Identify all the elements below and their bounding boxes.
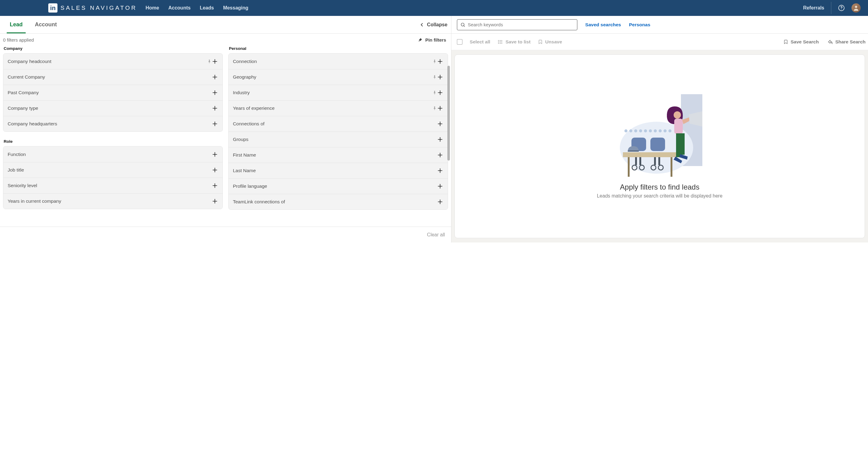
pin-icon	[207, 59, 212, 64]
filter-item[interactable]: Years in current company	[3, 193, 222, 209]
filter-label: First Name	[233, 152, 437, 158]
unsave-button[interactable]: Unsave	[538, 39, 562, 44]
svg-line-47	[464, 25, 465, 26]
pin-filters-button[interactable]: Pin filters	[418, 37, 446, 42]
filter-item[interactable]: TeamLink connections of	[228, 194, 448, 209]
tab-lead[interactable]: Lead	[4, 16, 29, 33]
svg-point-57	[629, 129, 632, 132]
filter-item[interactable]: Function	[3, 147, 222, 162]
svg-point-1	[841, 9, 842, 10]
search-input-wrapper[interactable]	[457, 19, 577, 30]
filter-item[interactable]: Years of experience	[228, 100, 448, 116]
nav-referrals[interactable]: Referrals	[803, 5, 824, 11]
nav-accounts[interactable]: Accounts	[168, 5, 191, 11]
tabs-row: Lead Account Collapse	[0, 16, 451, 34]
brand[interactable]: in SALES NAVIGATOR	[48, 3, 137, 12]
select-all-label: Select all	[470, 39, 490, 44]
svg-rect-74	[650, 138, 665, 151]
svg-point-58	[634, 129, 637, 132]
personas-link[interactable]: Personas	[629, 22, 650, 28]
svg-rect-25	[434, 78, 435, 79]
pin-icon	[432, 59, 437, 64]
filter-label: Industry	[233, 90, 430, 95]
filter-item[interactable]: Connection	[228, 54, 448, 69]
share-search-button[interactable]: Share Search	[827, 39, 866, 44]
svg-rect-66	[623, 152, 676, 157]
top-nav: in SALES NAVIGATOR Home Accounts Leads M…	[0, 0, 868, 16]
filter-item[interactable]: Last Name	[228, 163, 448, 178]
company-filter-list: Company headcountCurrent CompanyPast Com…	[3, 53, 223, 132]
filter-label: Seniority level	[8, 183, 212, 188]
filter-label: Past Company	[8, 90, 212, 95]
clear-all-button[interactable]: Clear all	[0, 226, 451, 242]
nav-messaging[interactable]: Messaging	[223, 5, 248, 11]
svg-point-56	[624, 129, 627, 132]
results-area: Apply filters to find leads Leads matchi…	[452, 50, 868, 242]
collapse-button[interactable]: Collapse	[419, 22, 447, 28]
svg-rect-84	[680, 133, 685, 155]
pin-icon	[418, 38, 423, 42]
filter-item[interactable]: Company type	[3, 100, 222, 116]
filter-label: Connection	[233, 59, 430, 64]
plus-icon	[437, 120, 443, 127]
plus-icon	[437, 105, 443, 112]
filter-item[interactable]: Industry	[228, 85, 448, 100]
filter-item[interactable]: Profile language	[228, 178, 448, 194]
clear-all-label: Clear all	[427, 232, 445, 238]
filter-item[interactable]: Job title	[3, 162, 222, 178]
empty-heading: Apply filters to find leads	[620, 183, 699, 191]
svg-point-51	[498, 40, 499, 41]
section-role: Role	[3, 139, 223, 146]
bookmark-icon	[538, 39, 543, 44]
list-icon	[498, 39, 503, 44]
nav-home[interactable]: Home	[146, 5, 159, 11]
pin-icon	[432, 106, 437, 111]
filter-label: Groups	[233, 137, 437, 142]
svg-point-60	[644, 129, 647, 132]
plus-icon	[437, 136, 443, 143]
pin-icon	[432, 75, 437, 79]
tab-account[interactable]: Account	[29, 16, 63, 33]
save-to-list-button[interactable]: Save to list	[498, 39, 531, 44]
empty-state-illustration	[617, 94, 702, 180]
avatar[interactable]	[851, 3, 861, 12]
filter-item[interactable]: Seniority level	[3, 178, 222, 193]
filter-label: Profile language	[233, 183, 437, 189]
nav-leads[interactable]: Leads	[200, 5, 214, 11]
save-search-button[interactable]: Save Search	[783, 39, 819, 44]
filter-item[interactable]: Current Company	[3, 69, 222, 85]
filters-header: 0 filters applied Pin filters	[0, 34, 451, 46]
share-icon	[827, 39, 833, 44]
filter-item[interactable]: Past Company	[3, 85, 222, 100]
plus-icon	[437, 74, 443, 81]
filter-label: Current Company	[8, 74, 212, 80]
filter-item[interactable]: Geography	[228, 69, 448, 85]
svg-point-61	[649, 129, 652, 132]
filter-item[interactable]: First Name	[228, 147, 448, 163]
filter-label: Company headcount	[8, 59, 205, 64]
filter-item[interactable]: Connections of	[228, 116, 448, 131]
scrollbar[interactable]	[447, 66, 450, 160]
filter-label: Geography	[233, 74, 430, 80]
saved-searches-link[interactable]: Saved searches	[585, 22, 621, 28]
filter-item[interactable]: Company headcount	[3, 54, 222, 69]
plus-icon	[212, 89, 218, 96]
filter-label: Years of experience	[233, 105, 430, 111]
plus-icon	[437, 89, 443, 96]
svg-rect-22	[434, 62, 435, 63]
plus-icon	[437, 152, 443, 158]
select-all-checkbox[interactable]	[457, 39, 462, 44]
filter-label: Function	[8, 152, 212, 157]
svg-point-65	[669, 129, 672, 132]
svg-rect-31	[434, 109, 435, 110]
linkedin-logo-icon: in	[48, 3, 58, 12]
filter-label: Years in current company	[8, 199, 212, 204]
filter-item[interactable]: Company headquarters	[3, 116, 222, 131]
filter-label: TeamLink connections of	[233, 199, 437, 205]
search-input[interactable]	[468, 22, 574, 27]
save-to-list-label: Save to list	[505, 39, 531, 44]
filter-item[interactable]: Groups	[228, 131, 448, 147]
filters-applied-count: 0 filters applied	[3, 37, 34, 42]
svg-rect-76	[658, 157, 660, 165]
help-icon[interactable]	[838, 5, 845, 11]
